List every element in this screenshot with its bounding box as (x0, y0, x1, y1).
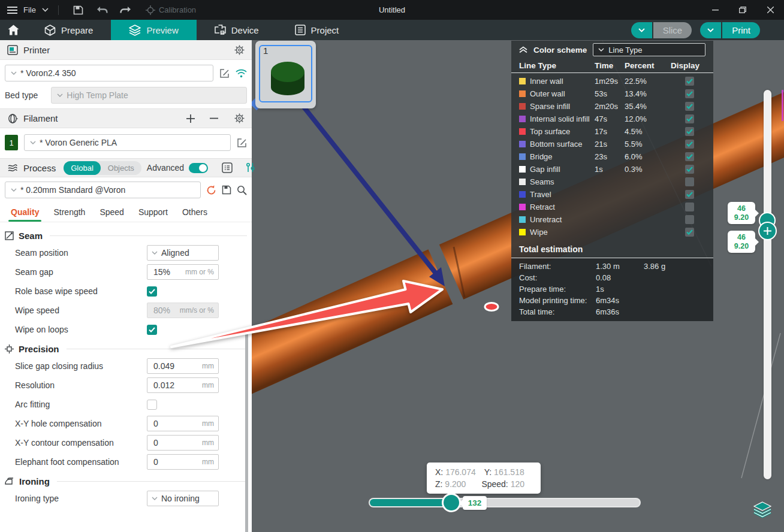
resolution-input[interactable]: 0.012mm (147, 377, 219, 393)
display-checkbox[interactable] (685, 102, 694, 111)
advanced-toggle[interactable] (189, 163, 208, 173)
display-cell (685, 165, 694, 174)
tune-parameters-icon[interactable] (245, 162, 256, 173)
line-type-name: Sparse infill (530, 102, 595, 111)
ironing-type-select[interactable]: No ironing (147, 491, 219, 506)
line-type-name: Bottom surface (530, 140, 595, 149)
display-checkbox[interactable] (685, 228, 694, 237)
print-button[interactable]: Print (722, 22, 760, 38)
preview-viewport[interactable]: 1 Color scheme Line Type (252, 40, 784, 532)
line-type-time: 47s (595, 114, 625, 123)
reset-preset-icon[interactable] (206, 185, 216, 195)
display-checkbox[interactable] (685, 177, 694, 186)
collapse-panel-icon[interactable] (519, 46, 527, 53)
save-icon[interactable] (73, 5, 83, 15)
display-checkbox[interactable] (685, 215, 694, 224)
seam-gap-input[interactable]: 15%mm or % (147, 264, 219, 280)
role-base-wipe-speed-checkbox[interactable] (147, 286, 157, 297)
chevron-down-icon[interactable] (42, 8, 49, 12)
slice-gap-closing-radius-input[interactable]: 0.049mm (147, 358, 219, 374)
scope-objects[interactable]: Objects (101, 161, 141, 175)
setting-control: 80%mm/s or % (147, 303, 219, 318)
process-tab-support[interactable]: Support (131, 204, 175, 220)
minimize-button[interactable] (701, 0, 729, 20)
process-tab-quality[interactable]: Quality (4, 204, 46, 220)
section-divider (50, 235, 247, 236)
plate-thumbnail[interactable]: 1 (255, 41, 316, 108)
color-scheme-panel: Color scheme Line Type Line Type Time Pe… (511, 41, 713, 321)
slice-button[interactable]: Slice (653, 22, 692, 38)
wipe-speed-input[interactable]: 80%mm/s or % (147, 303, 219, 318)
section-title: Precision (19, 344, 59, 354)
search-settings-icon[interactable] (237, 185, 247, 195)
process-tab-others[interactable]: Others (175, 204, 215, 220)
edit-printer-icon[interactable] (219, 68, 230, 78)
line-type-swatch (519, 204, 526, 210)
panel-scrollbar[interactable] (245, 333, 248, 532)
parameter-list-icon[interactable] (222, 162, 233, 173)
display-checkbox[interactable] (685, 140, 694, 149)
legend-row: Outer wall53s13.4% (511, 87, 713, 100)
printer-settings-gear-icon[interactable] (234, 45, 245, 55)
file-menu[interactable]: File (23, 5, 36, 14)
x-y-contour-compensation-input[interactable]: 0mm (147, 435, 219, 451)
home-button[interactable] (0, 20, 26, 40)
hamburger-menu-icon[interactable] (7, 6, 17, 14)
layer-slider-lower-handle[interactable] (758, 222, 777, 240)
legend-row: Travel (511, 188, 713, 201)
advanced-label: Advanced (147, 163, 184, 173)
wifi-icon[interactable] (236, 69, 247, 78)
close-button[interactable] (756, 0, 784, 20)
undo-icon[interactable] (97, 6, 108, 14)
layer-view-button[interactable] (751, 500, 774, 521)
display-checkbox[interactable] (685, 114, 694, 123)
tab-project[interactable]: Project (277, 20, 357, 40)
line-type-name: Travel (530, 190, 595, 199)
display-checkbox[interactable] (685, 152, 694, 161)
print-dropdown-button[interactable] (700, 22, 721, 38)
divider (58, 5, 59, 15)
slice-dropdown-button[interactable] (631, 22, 652, 38)
seam-position-select[interactable]: Aligned (147, 245, 219, 261)
display-checkbox[interactable] (685, 77, 694, 86)
process-tab-strength[interactable]: Strength (46, 204, 92, 220)
step-slider-handle[interactable] (442, 493, 461, 512)
elephant-foot-compensation-input[interactable]: 0mm (147, 454, 219, 470)
process-preset-select[interactable]: * 0.20mm Standard @Voron (5, 182, 201, 198)
setting-label: Wipe speed (15, 306, 147, 315)
printer-section-header: Printer (0, 40, 252, 60)
display-checkbox[interactable] (685, 89, 694, 98)
section-header-seam: Seam (0, 226, 252, 243)
layer-slider-lower-badge: 46 9.20 (728, 231, 755, 253)
setting-label: Resolution (15, 380, 147, 390)
wipe-on-loops-checkbox[interactable] (147, 325, 157, 335)
bed-type-select[interactable]: High Temp Plate (51, 87, 247, 104)
redo-icon[interactable] (120, 6, 131, 14)
tab-device[interactable]: Device (197, 20, 277, 40)
select-value: Aligned (161, 248, 189, 258)
edit-filament-icon[interactable] (237, 138, 247, 148)
add-filament-button[interactable] (186, 114, 195, 123)
scope-global[interactable]: Global (64, 161, 101, 175)
process-tab-speed[interactable]: Speed (92, 204, 131, 220)
calibration-menu[interactable]: Calibration (146, 5, 196, 15)
remove-filament-button[interactable] (210, 117, 218, 119)
layer-slider-track[interactable] (764, 90, 771, 479)
filament-slot-badge[interactable]: 1 (5, 135, 18, 150)
display-checkbox[interactable] (685, 165, 694, 174)
save-preset-icon[interactable] (222, 185, 231, 195)
tab-prepare[interactable]: Prepare (26, 20, 111, 40)
filament-preset-select[interactable]: * Voron Generic PLA (24, 134, 231, 151)
display-checkbox[interactable] (685, 202, 694, 211)
arc-fitting-checkbox[interactable] (147, 400, 157, 410)
display-checkbox[interactable] (685, 190, 694, 199)
display-checkbox[interactable] (685, 127, 694, 136)
maximize-button[interactable] (729, 0, 756, 20)
tab-preview[interactable]: Preview (111, 20, 196, 40)
x-y-hole-compensation-input[interactable]: 0mm (147, 416, 219, 431)
filament-settings-gear-icon[interactable] (234, 113, 245, 123)
printer-preset-select[interactable]: * Voron2.4 350 (5, 65, 213, 81)
color-scheme-mode-select[interactable]: Line Type (593, 43, 705, 56)
line-type-name: Outer wall (530, 89, 595, 98)
step-slider-track[interactable] (370, 499, 640, 506)
